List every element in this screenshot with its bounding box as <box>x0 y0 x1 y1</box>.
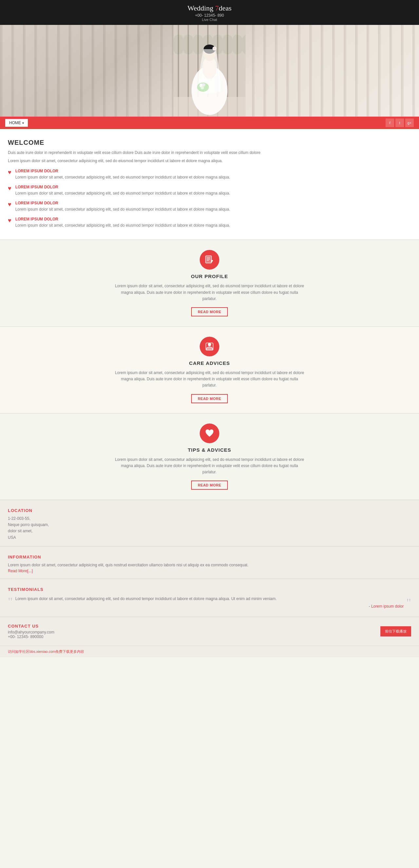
heart-icon-2: ♥ <box>8 185 11 192</box>
download-button[interactable]: 前往下载播放 <box>380 626 411 637</box>
tips-icon-circle <box>200 424 219 443</box>
profile-title: OUR PROFILE <box>8 274 411 279</box>
address-line4: USA <box>8 534 411 541</box>
feature-desc-4: Lorem ipsum dolor sit amet, consectetur … <box>15 222 230 228</box>
header-phone: +00- 12345- 890 <box>0 13 419 18</box>
feature-title-4: LOREM IPSUM DOLOR <box>15 217 230 221</box>
welcome-section: WELCOME Duis aute irure dolor in reprehe… <box>0 129 419 240</box>
feature-item-4: ♥ LOREM IPSUM DOLOR Lorem ipsum dolor si… <box>8 217 411 228</box>
hero-image <box>0 25 419 117</box>
facebook-button[interactable]: f <box>386 119 394 127</box>
logo-text: edding <box>194 4 215 12</box>
logo-icon: 7 <box>215 4 219 12</box>
profile-desc: Lorem ipsum dolor sit amet, consectetur … <box>115 283 304 302</box>
testimonials-title: TESTIMONIALS <box>8 587 411 592</box>
heart-icon-1: ♥ <box>8 169 11 176</box>
logo-w: W <box>188 4 194 12</box>
tips-title: TIPS & ADVICES <box>8 447 411 453</box>
svg-rect-15 <box>205 256 212 263</box>
information-read-more-link[interactable]: Read More[...] <box>8 569 33 573</box>
care-icon-circle <box>200 337 219 356</box>
heart-icon-4: ♥ <box>8 217 11 224</box>
testimonials-section: TESTIMONIALS " Lorem ipsum dolor sit ame… <box>0 579 419 616</box>
quote-close-icon: " <box>406 597 411 609</box>
twitter-button[interactable]: t <box>395 119 404 127</box>
feature-item-3: ♥ LOREM IPSUM DOLOR Lorem ipsum dolor si… <box>8 201 411 212</box>
feature-desc-3: Lorem ipsum dolor sit amet, consectetur … <box>15 206 230 212</box>
contact-info: CONTACT US info@ahyourcompany.com +00- 1… <box>8 624 54 639</box>
chevron-down-icon: ▾ <box>22 121 24 125</box>
contact-title: CONTACT US <box>8 624 54 628</box>
feature-content-3: LOREM IPSUM DOLOR Lorem ipsum dolor sit … <box>15 201 230 212</box>
navigation: HOME ▾ f t g+ <box>0 117 419 129</box>
testimonial-content: Lorem ipsum dolor sit amet, consectetur … <box>15 596 404 609</box>
address-line3: dolor sit amet, <box>8 528 411 534</box>
care-title: CARE ADVICES <box>8 360 411 366</box>
watermark-bar: 访问如学社区bbs.xieniao.com免费下载更多内容 <box>0 646 419 657</box>
information-title: INFORMATION <box>8 555 411 559</box>
contact-phone: +00- 12345- 890000 <box>8 634 54 639</box>
tips-desc: Lorem ipsum dolor sit amet, consectetur … <box>115 457 304 475</box>
location-address: 1-22-003-55, Neque porro quisquam, dolor… <box>8 516 411 541</box>
feature-desc-2: Lorem ipsum dolor sit amet, consectetur … <box>15 190 230 196</box>
feature-content-2: LOREM IPSUM DOLOR Lorem ipsum dolor sit … <box>15 185 230 196</box>
profile-section: OUR PROFILE Lorem ipsum dolor sit amet, … <box>0 240 419 326</box>
testimonial-text: Lorem ipsum dolor sit amet, consectetur … <box>15 596 404 602</box>
welcome-title: WELCOME <box>8 139 411 147</box>
heart-tips-icon <box>204 428 215 439</box>
home-label: HOME <box>9 121 21 125</box>
feature-content-1: LOREM IPSUM DOLOR Lorem ipsum dolor sit … <box>15 169 230 180</box>
location-section: LOCATION 1-22-003-55, Neque porro quisqu… <box>0 500 419 546</box>
feature-title-1: LOREM IPSUM DOLOR <box>15 169 230 173</box>
tips-section: TIPS & ADVICES Lorem ipsum dolor sit ame… <box>0 413 419 500</box>
contact-email: info@ahyourcompany.com <box>8 630 54 634</box>
hero-svg <box>173 25 246 117</box>
testimonial-author: - Lorem ipsum dolor <box>15 604 404 609</box>
svg-point-13 <box>202 83 205 87</box>
tips-read-more-button[interactable]: READ MORE <box>191 480 228 490</box>
feature-title-3: LOREM IPSUM DOLOR <box>15 201 230 205</box>
googleplus-button[interactable]: g+ <box>405 119 414 127</box>
address-line2: Neque porro quisquam, <box>8 522 411 528</box>
home-nav-button[interactable]: HOME ▾ <box>5 119 28 127</box>
information-section: INFORMATION Lorem ipsum dolor sit amet, … <box>0 546 419 579</box>
address-line1: 1-22-003-55, <box>8 516 411 522</box>
heart-icon-3: ♥ <box>8 201 11 208</box>
testimonial-quote: " Lorem ipsum dolor sit amet, consectetu… <box>8 596 411 609</box>
care-icon <box>204 341 215 352</box>
feature-item-2: ♥ LOREM IPSUM DOLOR Lorem ipsum dolor si… <box>8 185 411 196</box>
site-header: Wedding 7deas +00- 12345- 890 Live Chat <box>0 0 419 25</box>
feature-title-2: LOREM IPSUM DOLOR <box>15 185 230 189</box>
profile-read-more-button[interactable]: READ MORE <box>191 307 228 316</box>
location-title: LOCATION <box>8 508 411 513</box>
care-read-more-button[interactable]: READ MORE <box>191 394 228 403</box>
feature-item-1: ♥ LOREM IPSUM DOLOR Lorem ipsum dolor si… <box>8 169 411 180</box>
hero-figure <box>173 25 246 117</box>
site-logo: Wedding 7deas <box>0 4 419 12</box>
header-livechat[interactable]: Live Chat <box>0 18 419 22</box>
svg-point-14 <box>201 86 204 89</box>
logo-text2: deas <box>219 4 231 12</box>
care-section: CARE ADVICES Lorem ipsum dolor sit amet,… <box>0 327 419 413</box>
edit-icon <box>204 254 215 265</box>
information-desc: Lorem ipsum dolor sit amet, consectetur … <box>8 562 411 568</box>
watermark-text: 访问如学社区bbs.xieniao.com免费下载更多内容 <box>8 649 411 654</box>
contact-section: CONTACT US info@ahyourcompany.com +00- 1… <box>0 617 419 646</box>
welcome-intro2: Lorem ipsum dolor sit amet, consectetur … <box>8 158 411 164</box>
social-links: f t g+ <box>386 119 414 127</box>
svg-point-20 <box>208 343 211 346</box>
profile-icon-circle <box>200 250 219 270</box>
feature-content-4: LOREM IPSUM DOLOR Lorem ipsum dolor sit … <box>15 217 230 228</box>
feature-desc-1: Lorem ipsum dolor sit amet, consectetur … <box>15 174 230 180</box>
welcome-intro1: Duis aute irure dolor in reprehenderit i… <box>8 150 411 156</box>
care-desc: Lorem ipsum dolor sit amet, consectetur … <box>115 370 304 389</box>
quote-open-icon: " <box>8 596 13 608</box>
